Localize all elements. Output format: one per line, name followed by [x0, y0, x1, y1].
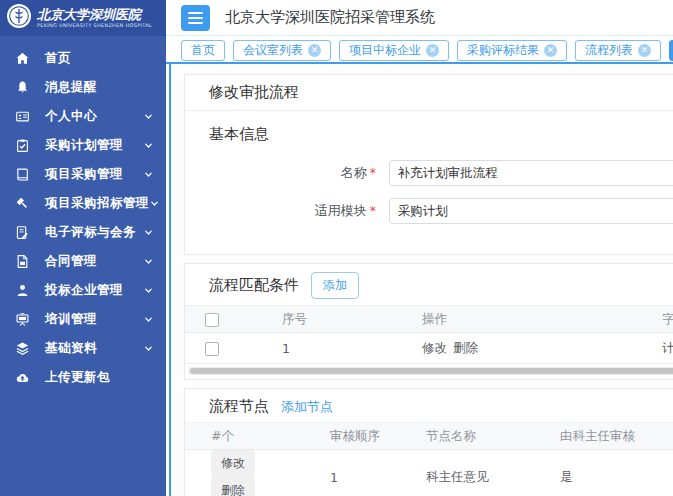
- required-asterisk: *: [370, 204, 376, 218]
- condition-row: 1修改删除计: [185, 333, 673, 364]
- book-icon: [14, 167, 30, 183]
- sidebar-item-label: 个人中心: [45, 108, 97, 125]
- condition-seq: 1: [270, 333, 410, 364]
- sidebar-item-label: 采购计划管理: [45, 137, 123, 154]
- sidebar-item-项目采购管理[interactable]: 项目采购管理: [0, 160, 166, 189]
- tab-close-icon[interactable]: ✕: [426, 44, 439, 57]
- sidebar-item-label: 电子评标与会务: [45, 224, 136, 241]
- column-header-dept-head: 由科主任审核: [548, 423, 673, 450]
- horizontal-scrollbar-thumb[interactable]: [190, 368, 673, 374]
- column-header-seq: 序号: [270, 306, 410, 333]
- content-area: 修改审批流程 基本信息 名称* 适用模块* 流程匹配: [169, 64, 673, 496]
- add-condition-button[interactable]: 添加: [311, 272, 359, 299]
- sidebar-item-label: 上传更新包: [45, 369, 110, 386]
- add-node-link[interactable]: 添加节点: [281, 398, 333, 416]
- tab-流程[interactable]: 流程✕: [669, 40, 673, 61]
- tab-采购评标结果[interactable]: 采购评标结果✕: [457, 40, 567, 61]
- tab-label: 流程列表: [585, 42, 633, 59]
- home-icon: [14, 51, 30, 67]
- chevron-down-icon: [149, 198, 160, 210]
- column-header-num: #个: [185, 423, 318, 450]
- sidebar-menu: 首页消息提醒个人中心采购计划管理项目采购管理项目采购招标管理电子评标与会务合同管…: [0, 36, 166, 496]
- section-title-basic-info: 基本信息: [209, 125, 673, 144]
- page-title: 修改审批流程: [209, 83, 299, 102]
- sidebar-item-label: 培训管理: [45, 311, 97, 328]
- tab-首页[interactable]: 首页: [181, 40, 225, 61]
- tab-label: 采购评标结果: [467, 42, 539, 59]
- horizontal-scrollbar: [188, 367, 673, 375]
- chevron-down-icon: [142, 169, 154, 181]
- sidebar-item-label: 项目采购管理: [45, 166, 123, 183]
- form-row-module: 适用模块*: [209, 198, 673, 224]
- process-nodes-table: #个 审核顺序 节点名称 由科主任审核 修改删除1科主任意见是修改删除2采购员意…: [185, 422, 673, 496]
- required-asterisk: *: [370, 166, 376, 180]
- chevron-down-icon: [142, 343, 154, 355]
- sidebar-item-项目采购招标管理[interactable]: 项目采购招标管理: [0, 189, 166, 218]
- module-field-label: 适用模块*: [209, 202, 380, 220]
- sidebar-item-电子评标与会务[interactable]: 电子评标与会务: [0, 218, 166, 247]
- layers-icon: [14, 341, 30, 357]
- module-input[interactable]: [389, 198, 673, 224]
- tab-label: 项目中标企业: [349, 42, 421, 59]
- tab-流程列表[interactable]: 流程列表✕: [575, 40, 661, 61]
- sidebar-item-label: 投标企业管理: [45, 282, 123, 299]
- node-order: 1: [318, 450, 414, 496]
- row-checkbox[interactable]: [205, 342, 219, 356]
- sidebar-item-投标企业管理[interactable]: 投标企业管理: [0, 276, 166, 305]
- card-process-nodes: 流程节点 添加节点 #个 审核顺序 节点名称 由科主任审核 修改删除1科主任意见…: [184, 388, 673, 496]
- section-title-match-conditions: 流程匹配条件: [209, 276, 299, 295]
- name-input[interactable]: [389, 160, 673, 186]
- delete-node-button[interactable]: 删除: [211, 477, 255, 496]
- chevron-down-icon: [142, 285, 154, 297]
- tab-label: 首页: [191, 42, 215, 59]
- hamburger-icon[interactable]: [181, 5, 210, 31]
- edit-action[interactable]: 修改: [422, 340, 447, 355]
- clipboard-check-icon: [14, 138, 30, 154]
- edit-node-button[interactable]: 修改: [211, 450, 255, 477]
- tab-close-icon[interactable]: ✕: [544, 44, 557, 57]
- delete-action[interactable]: 删除: [453, 340, 478, 355]
- card-match-conditions: 流程匹配条件 添加 序号 操作 字 1修改删除计: [184, 263, 673, 380]
- sidebar-item-label: 首页: [45, 50, 71, 67]
- user-icon: [14, 283, 30, 299]
- presentation-icon: [14, 312, 30, 328]
- sidebar-item-培训管理[interactable]: 培训管理: [0, 305, 166, 334]
- column-header-order: 审核顺序: [318, 423, 414, 450]
- chevron-down-icon: [142, 227, 154, 239]
- bell-icon: [14, 80, 30, 96]
- chevron-down-icon: [142, 140, 154, 152]
- tab-close-icon[interactable]: ✕: [308, 44, 321, 57]
- select-all-checkbox[interactable]: [205, 313, 219, 327]
- tab-会议室列表[interactable]: 会议室列表✕: [233, 40, 331, 61]
- sidebar-item-合同管理[interactable]: 合同管理: [0, 247, 166, 276]
- section-title-process-nodes: 流程节点: [209, 397, 269, 416]
- id-card-icon: [14, 109, 30, 125]
- sidebar-item-label: 合同管理: [45, 253, 97, 270]
- app-window: 北京大学深圳医院 PEKING UNIVERSITY SHENZHEN HOSP…: [0, 0, 673, 496]
- contract-icon: [14, 254, 30, 270]
- tab-close-icon[interactable]: ✕: [638, 44, 651, 57]
- tab-bar: 首页会议室列表✕项目中标企业✕采购评标结果✕流程列表✕流程✕: [166, 36, 673, 64]
- hospital-name-en: PEKING UNIVERSITY SHENZHEN HOSPITAL: [37, 22, 152, 27]
- sidebar-item-label: 消息提醒: [45, 79, 97, 96]
- sidebar-item-基础资料[interactable]: 基础资料: [0, 334, 166, 363]
- topbar: 北京大学深圳医院招采管理系统: [166, 0, 673, 36]
- chevron-down-icon: [142, 111, 154, 123]
- chevron-down-icon: [142, 314, 154, 326]
- hospital-emblem-icon: [6, 3, 32, 33]
- sidebar-item-采购计划管理[interactable]: 采购计划管理: [0, 131, 166, 160]
- card-edit-approval-flow: 修改审批流程 基本信息 名称* 适用模块*: [184, 74, 673, 255]
- sidebar-item-上传更新包[interactable]: 上传更新包: [0, 363, 166, 392]
- cloud-upload-icon: [14, 370, 30, 386]
- app-title: 北京大学深圳医院招采管理系统: [225, 8, 435, 27]
- hospital-logo: 北京大学深圳医院 PEKING UNIVERSITY SHENZHEN HOSP…: [0, 0, 166, 36]
- tab-项目中标企业[interactable]: 项目中标企业✕: [339, 40, 449, 61]
- hospital-name-cn: 北京大学深圳医院: [37, 8, 177, 22]
- sidebar: 北京大学深圳医院 PEKING UNIVERSITY SHENZHEN HOSP…: [0, 0, 166, 496]
- sidebar-item-消息提醒[interactable]: 消息提醒: [0, 73, 166, 102]
- node-row: 修改删除1科主任意见是: [185, 450, 673, 496]
- document-edit-icon: [14, 225, 30, 241]
- sidebar-item-个人中心[interactable]: 个人中心: [0, 102, 166, 131]
- sidebar-item-label: 基础资料: [45, 340, 97, 357]
- sidebar-item-首页[interactable]: 首页: [0, 44, 166, 73]
